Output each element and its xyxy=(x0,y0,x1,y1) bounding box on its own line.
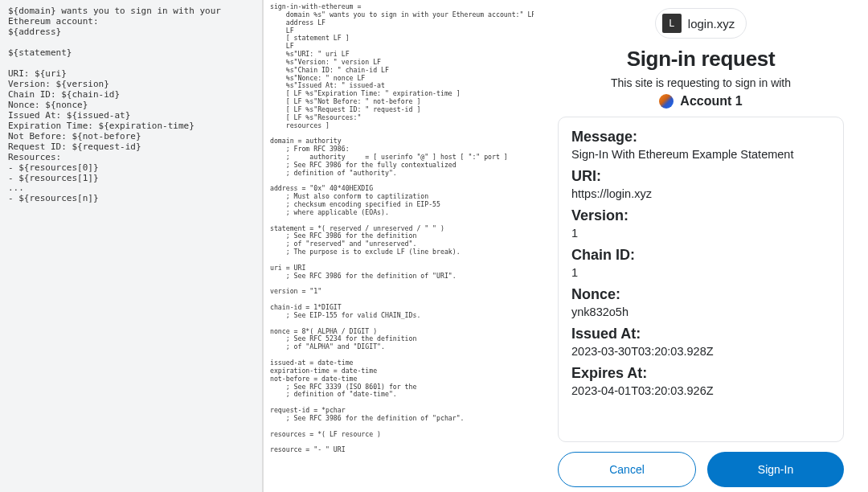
message-value: Sign-In With Ethereum Example Statement xyxy=(571,148,830,161)
popup-title: Sign-in request xyxy=(627,47,776,72)
message-card: Message: Sign-In With Ethereum Example S… xyxy=(558,117,844,442)
signin-popup: L login.xyz Sign-in request This site is… xyxy=(534,0,868,492)
issued-value: 2023-03-30T03:20:03.928Z xyxy=(571,345,830,358)
chainid-value: 1 xyxy=(571,266,830,279)
expires-value: 2023-04-01T03:20:03.926Z xyxy=(571,384,830,397)
nonce-value: ynk832o5h xyxy=(571,305,830,318)
site-icon: L xyxy=(662,14,682,33)
origin-pill: L login.xyz xyxy=(655,8,747,39)
version-label: Version: xyxy=(571,207,830,224)
version-value: 1 xyxy=(571,227,830,240)
abnf-text: sign-in-with-ethereum = domain %s" wants… xyxy=(270,3,527,454)
cancel-button[interactable]: Cancel xyxy=(558,452,696,487)
uri-value: https://login.xyz xyxy=(571,187,830,200)
button-row: Cancel Sign-In xyxy=(558,452,844,487)
uri-label: URI: xyxy=(571,168,830,185)
origin-text: login.xyz xyxy=(688,17,735,31)
template-text: ${domain} wants you to sign in with your… xyxy=(8,6,254,204)
chainid-label: Chain ID: xyxy=(571,247,830,264)
abnf-panel: sign-in-with-ethereum = domain %s" wants… xyxy=(264,0,534,492)
account-row: Account 1 xyxy=(659,94,742,109)
signin-button[interactable]: Sign-In xyxy=(707,452,844,487)
popup-subtitle: This site is requesting to sign in with xyxy=(611,76,791,89)
issued-label: Issued At: xyxy=(571,326,830,342)
expires-label: Expires At: xyxy=(571,365,830,382)
template-panel: ${domain} wants you to sign in with your… xyxy=(0,0,264,492)
message-label: Message: xyxy=(571,129,830,146)
account-avatar-icon xyxy=(659,94,674,109)
nonce-label: Nonce: xyxy=(571,286,830,303)
account-name: Account 1 xyxy=(680,94,742,109)
